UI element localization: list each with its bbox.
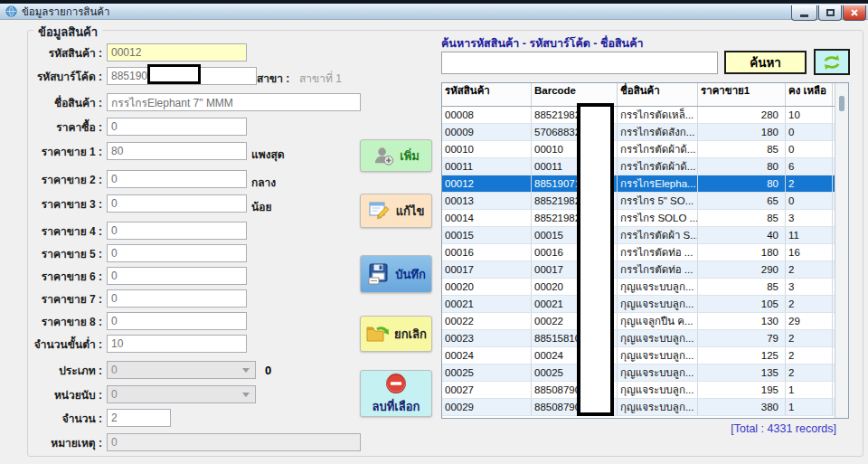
sell-price-1-label: ราคาขาย 1 : — [33, 143, 102, 160]
table-row[interactable]: 0000888521982กรรไกรตัดเหล็...28010 — [442, 107, 848, 124]
cell-name: กรรไกรตัดสังก... — [618, 124, 698, 140]
cancel-button[interactable]: ยกเลิก — [360, 316, 432, 352]
table-row[interactable]: 0002788508790กุญแจระบบลูก...1951 — [442, 382, 848, 399]
table-row[interactable]: 0002100021กุญแจระบบลูก...1052 — [442, 296, 848, 313]
cell-code: 00012 — [442, 175, 532, 192]
table-row[interactable]: 0001488521982กรรไกร SOLO ...853 — [442, 210, 848, 227]
cell-stock: 1 — [786, 382, 833, 398]
sell-price-4-input[interactable] — [107, 222, 247, 240]
cell-price: 380 — [698, 399, 786, 415]
cell-price: 130 — [698, 313, 786, 329]
category-dropdown[interactable]: 0 — [107, 361, 256, 379]
search-button[interactable]: ค้นหา — [724, 51, 807, 74]
cell-name: กรรไกรElepha... — [618, 175, 698, 192]
sell-price-2-note: กลาง — [251, 174, 276, 191]
chevron-down-icon — [242, 368, 250, 373]
cell-price: 80 — [698, 175, 786, 192]
title-bar[interactable]: ข้อมูลรายการสินค้า — [0, 4, 868, 20]
unit-dropdown[interactable]: 0 — [107, 385, 256, 403]
header-sell-price[interactable]: ราคาขาย1 — [698, 83, 786, 106]
sell-price-5-input[interactable] — [107, 244, 247, 262]
table-row[interactable]: 0002200022กุญแจลูกปืน ค...13029 — [442, 313, 848, 330]
cell-code: 00009 — [442, 124, 532, 140]
refresh-button[interactable] — [814, 49, 850, 75]
cell-code: 00025 — [442, 365, 532, 381]
save-button[interactable]: บันทึก — [360, 255, 432, 293]
cell-name: กุญแจระบบลูก... — [618, 347, 698, 364]
buy-price-label: ราคาซื้อ : — [33, 118, 102, 136]
table-row[interactable]: 0001600016กรรไกรตัดท่อ ...18016 — [442, 244, 848, 261]
cell-price: 40 — [698, 227, 786, 243]
field-row-quantity: จำนวน : — [33, 409, 171, 427]
cell-name: กรรไกร 5" SO... — [618, 193, 698, 209]
sell-price-3-input[interactable] — [107, 194, 247, 213]
sell-price-2-input[interactable] — [107, 170, 247, 188]
sell-price-7-input[interactable] — [107, 289, 247, 308]
globe-icon — [5, 5, 17, 17]
field-row-sell-price-8: ราคาขาย 8 : — [33, 312, 247, 330]
table-row[interactable]: 0001388521982กรรไกร 5" SO...650 — [442, 193, 848, 210]
field-row-min-qty: จำนวนขั้นต่ำ : — [33, 335, 247, 353]
minus-circle-icon — [383, 371, 409, 396]
field-row-buy-price: ราคาซื้อ : — [33, 118, 247, 136]
table-scrollbar[interactable] — [835, 83, 848, 418]
edit-button[interactable]: แก้ไข — [360, 194, 432, 228]
cell-code: 00022 — [442, 313, 532, 329]
minimize-button[interactable] — [791, 5, 817, 21]
quantity-input[interactable] — [107, 409, 171, 427]
close-button[interactable] — [843, 5, 866, 21]
delete-selected-button[interactable]: ลบที่เลือก — [360, 370, 432, 417]
cell-name: กรรไกรตัดท่อ ... — [618, 244, 698, 260]
product-name-input[interactable] — [107, 93, 361, 111]
field-row-sell-price-1: ราคาขาย 1 : — [33, 142, 247, 160]
table-row[interactable]: 0001500015กรรไกรตัดผ้า S...4011 — [442, 227, 848, 244]
cell-stock: 16 — [786, 244, 833, 260]
table-row[interactable]: 0002400024กุญแจระบบลูก...1252 — [442, 347, 848, 365]
product-info-groupbox: ข้อมูลสินค้า รหัสสินค้า : รหัสบาร์โค้ด :… — [27, 30, 863, 457]
cell-price: 135 — [698, 365, 786, 381]
scrollbar-thumb[interactable] — [839, 96, 844, 111]
cell-name: กุญแจระบบลูก... — [618, 296, 698, 312]
table-row[interactable]: 0002988508790กุญแจระบบลูก...3801 — [442, 399, 848, 416]
product-code-input[interactable] — [107, 43, 247, 62]
sell-price-8-input[interactable] — [107, 312, 247, 330]
add-button[interactable]: เพิ่ม — [360, 139, 432, 172]
remark-input[interactable] — [107, 433, 361, 451]
table-row[interactable]: 0001288519071กรรไกรElepha...802 — [442, 175, 848, 193]
header-stock[interactable]: คง เหลือ — [786, 83, 833, 106]
floppy-disk-icon — [366, 262, 391, 287]
field-row-sell-price-3: ราคาขาย 3 : — [33, 194, 247, 213]
cell-stock: 11 — [786, 227, 833, 243]
table-row[interactable]: 0002000020กุญแจระบบลูก...853 — [442, 279, 848, 296]
table-row[interactable]: 0000957068832กรรไกรตัดสังก...1800 — [442, 124, 848, 141]
buy-price-input[interactable] — [107, 118, 247, 136]
maximize-button[interactable] — [818, 5, 842, 21]
cell-stock: 2 — [786, 261, 833, 278]
sell-price-4-label: ราคาขาย 4 : — [33, 223, 102, 240]
field-row-category: ประเภท : 0 — [33, 361, 256, 379]
cell-code: 00014 — [442, 210, 532, 226]
table-row[interactable]: 0002500025กุญแจระบบลูก...1352 — [442, 365, 848, 382]
table-row[interactable]: 0001100011กรรไกรตัดผ้าด้...806 — [442, 158, 848, 175]
cell-price: 195 — [698, 382, 786, 398]
header-product-code[interactable]: รหัสสินค้า — [442, 83, 532, 106]
search-input[interactable] — [441, 52, 718, 74]
table-row[interactable]: 0001700017กรรไกรตัดท่อ ...2902 — [442, 261, 848, 279]
table-row[interactable]: 0002388515810กุญแจระบบลูก...792 — [442, 330, 848, 347]
cell-stock: 3 — [786, 279, 833, 295]
table-row[interactable]: 0001000010กรรไกรตัดผ้าด้...850 — [442, 141, 848, 158]
sell-price-1-input[interactable] — [107, 142, 247, 160]
unit-value: 0 — [111, 388, 118, 401]
min-qty-input[interactable] — [107, 335, 247, 353]
field-row-sell-price-6: ราคาขาย 6 : — [33, 267, 247, 285]
header-product-name[interactable]: ชื่อสินค้า — [618, 83, 698, 106]
sell-price-6-input[interactable] — [107, 267, 247, 285]
unit-label: หน่วยนับ : — [33, 386, 102, 403]
cell-price: 85 — [698, 141, 786, 157]
category-side-value: 0 — [265, 364, 271, 377]
cell-code: 00010 — [442, 141, 532, 157]
field-row-sell-price-5: ราคาขาย 5 : — [33, 244, 247, 262]
cell-stock: 3 — [786, 210, 833, 226]
cell-price: 180 — [698, 124, 786, 140]
cell-stock: 2 — [786, 347, 833, 364]
